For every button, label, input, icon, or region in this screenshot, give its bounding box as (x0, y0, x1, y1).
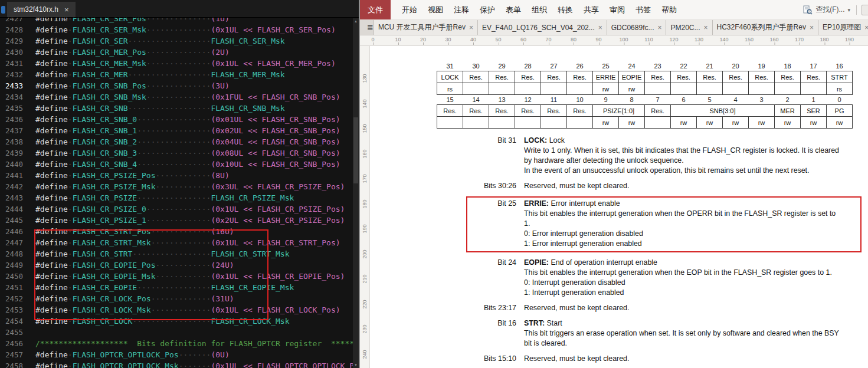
code-line[interactable]: 2453#define·FLASH_CR_LOCK_Msk···········… (0, 304, 353, 316)
code-line[interactable]: 2449#define·FLASH_CR_EOPIE_Pos··········… (0, 259, 353, 271)
code-text: #define·FLASH_CR_MER··················FL… (35, 69, 285, 80)
document-tab[interactable]: HC32F460系列用户手册Rev× (712, 20, 818, 35)
bit-text-line: Write to 1 only. When it is set, this bi… (524, 146, 843, 166)
register-table-cell: 9 (593, 95, 619, 105)
register-table-cell: Res. (645, 71, 671, 83)
close-icon[interactable]: × (598, 24, 602, 32)
scrollbar-thumb[interactable] (353, 117, 358, 183)
menu-item-4[interactable]: 表单 (500, 5, 526, 15)
tab-list-icon[interactable]: ≣ (367, 20, 374, 35)
register-bit-table: 31302928272625242322212019181716LOCKRes.… (437, 61, 853, 129)
code-line[interactable]: 2455 (0, 327, 353, 338)
document-tab-label: GDC0689fc... (611, 24, 654, 32)
register-table-cell: 18 (775, 61, 801, 71)
bit-content: STRT: StartThis bit triggers an erase op… (524, 318, 843, 349)
close-icon[interactable]: × (864, 24, 868, 32)
document-tab-label: PM20C... (670, 24, 700, 32)
code-line[interactable]: 2454#define·FLASH_CR_LOCK···············… (0, 316, 353, 327)
pdf-page[interactable]: 31302928272625242322212019181716LOCKRes.… (370, 46, 868, 368)
close-icon[interactable]: × (810, 24, 814, 32)
register-table-cell: STRT (827, 71, 853, 83)
code-line[interactable]: 2434#define·FLASH_CR_SNB_Msk············… (0, 91, 353, 103)
code-line[interactable]: 2435#define·FLASH_CR_SNB················… (0, 103, 353, 114)
register-table-cell: 13 (489, 95, 515, 105)
code-line[interactable]: 2452#define·FLASH_CR_LOCK_Pos···········… (0, 293, 353, 304)
code-line[interactable]: 2432#define·FLASH_CR_MER················… (0, 69, 353, 80)
bit-label: Bits 23:17 (482, 303, 516, 313)
menu-item-5[interactable]: 组织 (526, 5, 552, 15)
code-line[interactable]: 2447#define·FLASH_CR_STRT_Msk···········… (0, 237, 353, 248)
document-tab[interactable]: EV_F4A0_LQ176_SCH_V04_202...× (477, 20, 607, 35)
register-table-cell: MER (775, 105, 801, 117)
menu-item-0[interactable]: 开始 (397, 5, 422, 15)
document-tab[interactable]: MCU 开发工具用户手册Rev× (374, 20, 477, 35)
register-table-cell: SNB[3:0] (671, 105, 775, 117)
ruler-number: 200 (362, 247, 368, 262)
close-icon[interactable]: × (64, 5, 69, 14)
code-line[interactable]: 2457#define·FLASH_OPTCR_OPTLOCK_Pos·····… (0, 349, 353, 360)
code-line[interactable]: 2458#define·FLASH_OPTCR_OPTLOCK_Msk·····… (0, 360, 353, 368)
menu-item-8[interactable]: 审阅 (604, 5, 630, 15)
menu-item-2[interactable]: 注释 (448, 5, 474, 15)
code-line[interactable]: 2439#define·FLASH_CR_SNB_3··············… (0, 147, 353, 159)
menu-item-6[interactable]: 转换 (552, 5, 578, 15)
editor-vertical-scrollbar[interactable]: ▲ ▼ (353, 18, 359, 368)
register-table-cell: rs (827, 83, 853, 95)
document-tab[interactable]: GDC0689fc...× (607, 20, 666, 35)
toolbar-extra-icon[interactable] (862, 5, 868, 15)
code-line[interactable]: 2456/******************* Bits definition… (0, 338, 353, 349)
menu-item-3[interactable]: 保护 (474, 5, 500, 15)
code-line[interactable]: 2446#define·FLASH_CR_STRT_Pos···········… (0, 226, 353, 237)
ruler-number: 0 (371, 37, 374, 42)
line-number: 2428 (0, 24, 31, 35)
code-line[interactable]: 2430#define·FLASH_CR_MER_Pos············… (0, 47, 353, 58)
code-line[interactable]: 2445#define·FLASH_CR_PSIZE_1············… (0, 215, 353, 226)
code-line[interactable]: 2448#define·FLASH_CR_STRT···············… (0, 248, 353, 259)
menu-item-7[interactable]: 共享 (578, 5, 604, 15)
ruler-number: 140 (362, 96, 368, 111)
code-line[interactable]: 2442#define·FLASH_CR_PSIZE_Msk··········… (0, 181, 353, 192)
ruler-number: 170 (362, 171, 368, 186)
register-table-cell: Res. (463, 71, 489, 83)
code-line[interactable]: 2444#define·FLASH_CR_PSIZE_0············… (0, 203, 353, 215)
code-line[interactable]: 2450#define·FLASH_CR_EOPIE_Msk··········… (0, 271, 353, 282)
scroll-up-arrow-icon[interactable]: ▲ (354, 18, 358, 24)
editor-tab[interactable]: stm32f410rx.h × (7, 2, 76, 17)
register-table-cell: rw (593, 83, 619, 95)
code-line[interactable]: 2437#define·FLASH_CR_SNB_1··············… (0, 125, 353, 136)
code-text: #define·FLASH_CR_PSIZE_Msk············(0… (35, 181, 345, 192)
code-line[interactable]: 2440#define·FLASH_CR_SNB_4··············… (0, 159, 353, 170)
menu-item-10[interactable]: 帮助 (656, 5, 682, 15)
code-line[interactable]: 2451#define·FLASH_CR_EOPIE··············… (0, 282, 353, 293)
find-input[interactable]: 查找(F)... (815, 5, 844, 15)
menu-item-1[interactable]: 视图 (422, 5, 448, 15)
bit-label: Bit 25 (482, 199, 516, 249)
bit-label: Bits 15:10 (482, 354, 516, 364)
close-icon[interactable]: × (469, 24, 473, 32)
file-menu-button[interactable]: 文件 (360, 0, 391, 19)
chevron-down-icon[interactable]: ▾ (847, 7, 851, 13)
scroll-down-arrow-icon[interactable]: ▼ (354, 362, 358, 368)
document-tab[interactable]: EP10原理图× (818, 20, 868, 35)
code-line[interactable]: 2438#define·FLASH_CR_SNB_2··············… (0, 136, 353, 147)
code-line[interactable]: 2436#define·FLASH_CR_SNB_0··············… (0, 114, 353, 125)
code-line[interactable]: 2431#define·FLASH_CR_MER_Msk············… (0, 58, 353, 69)
document-tab[interactable]: PM20C...× (666, 20, 712, 35)
code-line[interactable]: 2428#define·FLASH_CR_SER_Msk············… (0, 24, 353, 35)
line-number: 2437 (0, 125, 31, 136)
code-line[interactable]: 2443#define·FLASH_CR_PSIZE··············… (0, 192, 353, 203)
code-line[interactable]: 2441#define·FLASH_CR_PSIZE_Pos··········… (0, 170, 353, 181)
register-table-cell (749, 83, 775, 95)
code-area[interactable]: 2427#define·FLASH_CR_SER_Pos············… (0, 18, 353, 368)
close-icon[interactable]: × (657, 24, 661, 32)
search-icon[interactable] (803, 5, 813, 15)
code-line[interactable]: 2433#define·FLASH_CR_SNB_Pos············… (0, 80, 353, 91)
menu-item-9[interactable]: 书签 (630, 5, 656, 15)
line-number: 2435 (0, 103, 31, 114)
code-line[interactable]: 2429#define·FLASH_CR_SER················… (0, 35, 353, 47)
ruler-number: 190 (845, 37, 854, 42)
bit-title: STRT: Start (524, 318, 843, 328)
code-text: #define·FLASH_CR_LOCK_Msk·············(0… (35, 304, 340, 316)
code-line[interactable]: 2427#define·FLASH_CR_SER_Pos············… (0, 18, 353, 24)
close-icon[interactable]: × (704, 24, 708, 32)
